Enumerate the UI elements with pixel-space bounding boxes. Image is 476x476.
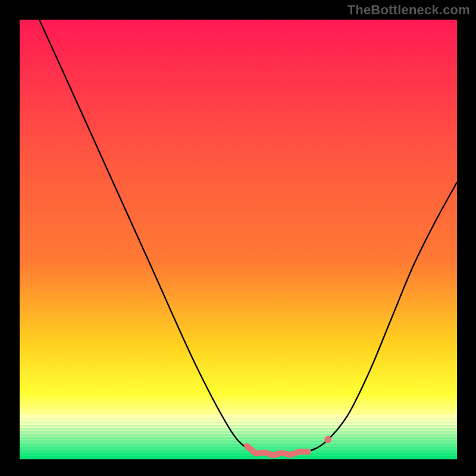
green-stripe	[20, 453, 457, 455]
attribution-label: TheBottleneck.com	[347, 2, 470, 18]
green-stripe	[20, 437, 457, 439]
green-stripe	[20, 450, 457, 452]
green-stripe	[20, 425, 457, 427]
green-stripe	[20, 418, 457, 420]
green-stripe	[20, 447, 457, 449]
green-stripe	[20, 428, 457, 430]
green-stripe	[20, 422, 457, 424]
green-stripe	[20, 434, 457, 436]
bottleneck-chart	[0, 0, 476, 476]
green-stripe	[20, 415, 457, 417]
green-stripe	[20, 431, 457, 433]
chart-frame: TheBottleneck.com	[0, 0, 476, 476]
isolated-marker-right	[324, 436, 331, 443]
green-stripe	[20, 444, 457, 446]
green-stripe	[20, 456, 457, 458]
plot-background	[20, 20, 457, 459]
